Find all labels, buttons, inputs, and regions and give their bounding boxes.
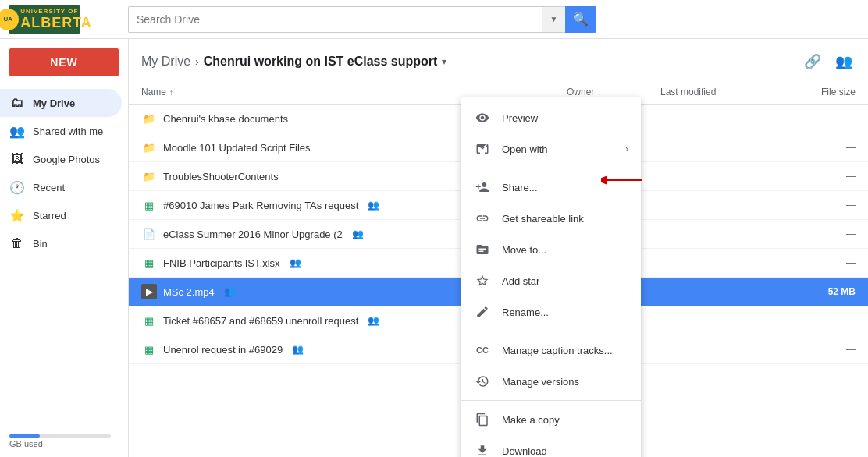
search-input[interactable]: [128, 6, 542, 33]
header-name[interactable]: Name ↑: [141, 87, 567, 97]
context-menu-label: Manage versions: [502, 376, 579, 388]
context-menu-label: Manage caption tracks...: [502, 345, 613, 356]
context-menu-download[interactable]: Download: [461, 435, 641, 457]
context-menu-label: Download: [502, 445, 547, 457]
file-size: —: [777, 344, 856, 355]
sidebar-item-label: Recent: [33, 182, 65, 193]
file-name: MSc 2.mp4: [163, 286, 215, 298]
sidebar-item-shared[interactable]: 👥 Shared with me: [0, 117, 122, 145]
file-name: Chenrui's kbase documents: [163, 113, 288, 125]
sheet-icon: ▦: [141, 313, 157, 328]
file-name: Moodle 101 Updated Script Files: [163, 142, 311, 154]
people-action-button[interactable]: 👥: [832, 50, 856, 73]
file-size: —: [777, 200, 856, 211]
file-name: Unenrol request in #69029: [163, 344, 283, 356]
preview-icon: [474, 109, 491, 126]
sort-arrow: ↑: [169, 88, 173, 97]
search-bar[interactable]: ▼ 🔍: [128, 6, 596, 33]
context-menu-rename[interactable]: Rename...: [461, 296, 641, 328]
context-menu-label: Add star: [502, 275, 539, 287]
recent-icon: 🕐: [9, 179, 25, 195]
rename-icon: [474, 303, 491, 321]
context-menu-label: Share...: [502, 182, 538, 193]
context-menu-move[interactable]: Move to...: [461, 234, 641, 265]
download-icon: [474, 442, 491, 457]
file-name: eClass Summer 2016 Minor Upgrade (2: [163, 228, 343, 240]
header-size[interactable]: File size: [777, 87, 856, 97]
shared-people-icon: 👥: [290, 257, 301, 268]
versions-icon: [474, 373, 491, 390]
context-menu-get-link[interactable]: Get shareable link: [461, 203, 641, 234]
breadcrumb-dropdown-icon[interactable]: ▾: [442, 56, 446, 67]
sheet-icon: ▦: [141, 197, 157, 213]
logo-main-text: ALBERTA: [20, 15, 92, 31]
sidebar-item-photos[interactable]: 🖼 Google Photos: [0, 145, 122, 173]
bin-icon: 🗑: [9, 236, 25, 251]
sidebar: NEW 🗂 My Drive 👥 Shared with me 🖼 Google…: [0, 39, 129, 457]
header-owner[interactable]: Owner: [567, 87, 660, 97]
shared-people-icon: 👥: [368, 200, 379, 211]
logo-area: UA UNIVERSITY OF ALBERTA: [9, 5, 119, 34]
context-menu-label: Preview: [502, 112, 538, 124]
submenu-arrow-icon: ›: [625, 143, 628, 154]
photos-icon: 🖼: [9, 151, 25, 167]
folder-icon: 📁: [141, 168, 157, 184]
shared-people-icon: 👥: [292, 344, 304, 355]
file-size: —: [777, 257, 856, 268]
link-action-button[interactable]: 🔗: [801, 50, 824, 73]
storage-label: GB used: [9, 439, 43, 448]
file-size: —: [777, 113, 856, 124]
sidebar-item-bin[interactable]: 🗑 Bin: [0, 229, 122, 257]
main-layout: NEW 🗂 My Drive 👥 Shared with me 🖼 Google…: [0, 39, 868, 457]
context-menu-divider: [461, 400, 641, 401]
context-menu-preview[interactable]: Preview: [461, 102, 641, 133]
sidebar-item-starred[interactable]: ⭐ Starred: [0, 201, 122, 229]
sidebar-item-label: My Drive: [33, 97, 75, 109]
copy-icon: [474, 411, 491, 428]
search-button[interactable]: 🔍: [565, 6, 596, 33]
sidebar-item-my-drive[interactable]: 🗂 My Drive: [0, 89, 122, 117]
breadcrumb-root[interactable]: My Drive: [141, 55, 190, 69]
storage-info: GB used: [9, 431, 111, 449]
logo-top-text: UNIVERSITY OF: [20, 8, 92, 15]
file-name: FNIB Participants IST.xlsx: [163, 257, 280, 269]
breadcrumb-separator: ›: [195, 55, 199, 68]
new-button[interactable]: NEW: [9, 48, 119, 76]
context-menu-copy[interactable]: Make a copy: [461, 404, 641, 435]
context-menu-label: Move to...: [502, 244, 546, 256]
move-to-icon: [474, 241, 491, 258]
topbar-actions: 🔗 👥: [801, 50, 856, 73]
sidebar-item-recent[interactable]: 🕐 Recent: [0, 173, 122, 201]
context-menu-divider: [461, 331, 641, 331]
header-modified[interactable]: Last modified: [660, 87, 777, 97]
shared-people-icon: 👥: [368, 315, 379, 326]
search-icon: 🔍: [573, 12, 589, 27]
sidebar-item-label: Starred: [33, 210, 66, 221]
starred-icon: ⭐: [9, 207, 25, 223]
folder-icon: 📁: [141, 111, 157, 126]
context-menu-label: Open with: [502, 143, 548, 155]
file-size: —: [777, 142, 856, 153]
chevron-down-icon: ▼: [550, 15, 558, 23]
file-size: —: [777, 171, 856, 182]
breadcrumb-bar: My Drive › Chenrui working on IST eClass…: [129, 39, 868, 80]
storage-bar-fill: [9, 434, 40, 438]
context-menu-star[interactable]: Add star: [461, 265, 641, 296]
sheet-icon: ▦: [141, 255, 157, 271]
university-logo: UA UNIVERSITY OF ALBERTA: [9, 5, 80, 34]
context-menu-label: Get shareable link: [502, 213, 584, 225]
file-size: —: [777, 315, 856, 326]
shared-icon: 👥: [9, 123, 25, 139]
link-icon: [474, 210, 491, 227]
context-menu-open-with[interactable]: Open with ›: [461, 133, 641, 165]
context-menu-caption[interactable]: CC Manage caption tracks...: [461, 335, 641, 366]
red-arrow-indicator: [601, 168, 648, 192]
doc-icon: 📄: [141, 226, 157, 242]
sidebar-item-label: Bin: [33, 238, 48, 250]
folder-icon: 📁: [141, 140, 157, 155]
search-dropdown-button[interactable]: ▼: [542, 6, 565, 33]
file-name: TroublesShooterContents: [163, 171, 279, 182]
context-menu-versions[interactable]: Manage versions: [461, 366, 641, 397]
caption-icon: CC: [474, 342, 491, 359]
file-size: —: [777, 228, 856, 239]
